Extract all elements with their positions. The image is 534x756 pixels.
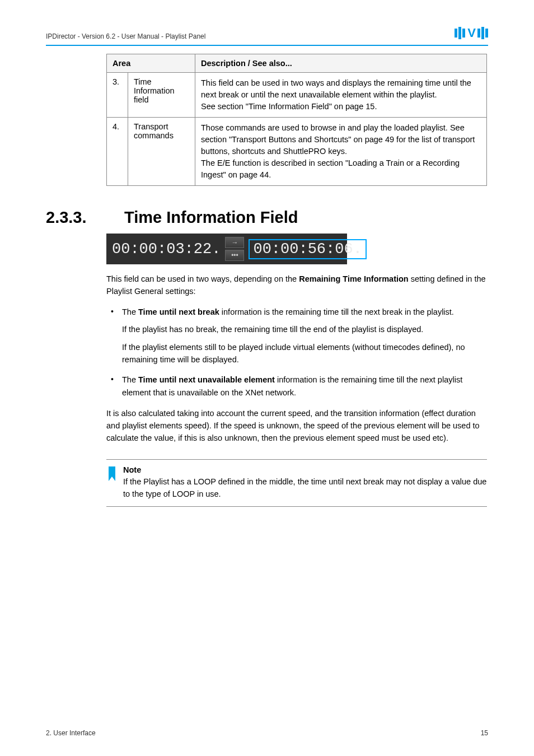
ellipsis-icon[interactable]: ••• (225, 250, 244, 261)
timecode-remaining: 00:00:56:06. (253, 241, 362, 258)
row-description: Those commands are used to browse in and… (195, 118, 487, 186)
list-item: The Time until next unavailable element … (106, 374, 487, 399)
row-description: This field can be used in two ways and d… (195, 73, 487, 118)
timecode-button-stack: → ••• (225, 237, 244, 261)
note-label: Note (123, 464, 487, 477)
timecode-remaining-box: 00:00:56:06. (249, 239, 366, 259)
row-number: 3. (107, 73, 128, 118)
note-bookmark-icon (106, 465, 118, 483)
list-item: The Time until next break information is… (106, 306, 487, 318)
row-desc-line: Those commands are used to browse in and… (201, 122, 481, 157)
timecode-panel: 00:00:03:22. → ••• 00:00:56:06. (106, 234, 347, 264)
intro-paragraph: This field can be used in two ways, depe… (106, 273, 487, 298)
outro-paragraph: It is also calculated taking into accoun… (106, 408, 487, 444)
sub-paragraph: If the playlist elements still to be pla… (106, 342, 487, 366)
footer-section: 2. User Interface (46, 729, 96, 737)
note-block: Note If the Playlist has a LOOP defined … (106, 459, 487, 507)
timecode-current: 00:00:03:22. (112, 241, 221, 258)
table-header-area: Area (107, 54, 195, 73)
text-bold: Time until next break (138, 307, 219, 316)
row-area-label: Transport commands (128, 118, 195, 186)
page-header: IPDirector - Version 6.2 - User Manual -… (46, 26, 488, 44)
row-desc-line: The E/E function is described in section… (201, 157, 481, 181)
section-heading: 2.3.3. Time Information Field (46, 208, 488, 227)
page-footer: 2. User Interface 15 (46, 729, 488, 737)
footer-page-number: 15 (481, 729, 488, 737)
area-description-table: Area Description / See also... 3. Time I… (106, 54, 487, 186)
table-row: 3. Time Information field This field can… (107, 73, 487, 118)
row-number: 4. (107, 118, 128, 186)
text-bold: Time until next unavailable element (138, 375, 275, 384)
evs-logo-icon: V (455, 26, 488, 40)
text-fragment: This field can be used in two ways, depe… (106, 274, 299, 283)
row-desc-line: This field can be used in two ways and d… (201, 77, 481, 101)
section-number: 2.3.3. (46, 208, 100, 227)
row-area-label: Time Information field (128, 73, 195, 118)
text-fragment: information is the remaining time till t… (219, 307, 454, 316)
row-desc-line: See section "Time Information Field" on … (201, 101, 481, 113)
table-header-description: Description / See also... (195, 54, 487, 73)
arrow-right-icon[interactable]: → (225, 237, 244, 248)
text-fragment: The (122, 375, 138, 384)
sub-paragraph: If the playlist has no break, the remain… (106, 324, 487, 336)
note-body: If the Playlist has a LOOP defined in th… (123, 476, 487, 501)
table-row: 4. Transport commands Those commands are… (107, 118, 487, 186)
text-bold: Remaining Time Information (299, 274, 409, 283)
section-title-text: Time Information Field (124, 208, 298, 227)
text-fragment: The (122, 307, 138, 316)
doc-title: IPDirector - Version 6.2 - User Manual -… (46, 32, 205, 40)
